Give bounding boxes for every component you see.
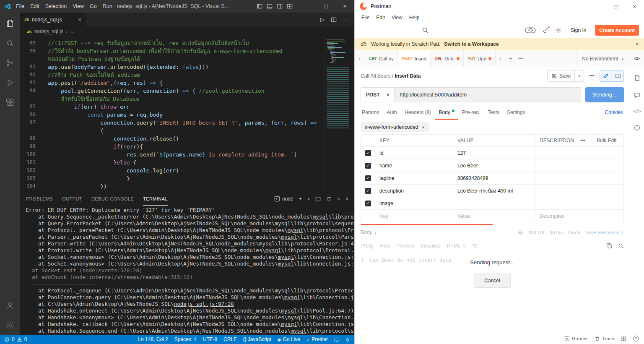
param-checkbox[interactable]: ✓ [365,175,371,181]
menu-view[interactable]: View [70,3,87,9]
new-terminal-icon[interactable]: + [299,196,302,202]
kill-terminal-icon[interactable] [326,196,332,202]
param-checkbox[interactable]: ✓ [365,163,371,169]
param-description-cell[interactable] [535,185,624,197]
save-response-button[interactable]: Save Response∨ [585,230,624,235]
terminal-dropdown-icon[interactable]: ∨ [307,197,310,201]
terminal-link[interactable]: mysql [265,247,281,253]
menu-run[interactable]: Run [100,3,115,9]
menu-file[interactable]: File [13,3,27,9]
request-tab-insert[interactable]: POSTInsert [398,50,431,67]
value-placeholder[interactable]: Value [453,210,535,222]
param-checkbox[interactable]: ✓ [365,188,371,194]
param-description-cell[interactable] [535,147,624,159]
param-key-cell[interactable]: description [375,185,453,197]
switch-workspace-link[interactable]: Switch to a Workspace [444,41,499,47]
breadcrumb-more[interactable]: ... [70,29,74,34]
request-tab-call-by[interactable]: GETCall by [365,50,398,67]
close-panel-icon[interactable]: × [345,196,348,202]
info-icon[interactable] [634,125,640,131]
search-icon[interactable] [422,27,428,34]
maximize-button[interactable]: □ [317,0,335,13]
response-view-visualize[interactable]: Visualize [421,243,441,249]
editor-tab-nodejs-sql[interactable]: JS nodejs_sql.js × [20,13,86,26]
panel-tab-terminal[interactable]: TERMINAL [143,192,168,206]
terminal-link[interactable]: mysql [278,261,294,267]
terminal-link[interactable]: mysql [284,294,300,300]
trash-button[interactable]: Trash [595,336,614,341]
request-section-tab-tests[interactable]: Tests [484,105,503,120]
param-key-cell[interactable]: tagline [375,172,453,184]
documentation-icon[interactable] [634,75,640,81]
settings-gear-icon[interactable] [0,315,20,335]
search-response-icon[interactable] [618,243,624,249]
status--javascript[interactable]: {} JavaScript [243,336,271,342]
close-banner-icon[interactable]: × [636,41,639,47]
breadcrumb[interactable]: JS nodejs_sql.js › ... [20,26,354,36]
grid-icon[interactable] [621,336,626,341]
body-type-select[interactable]: x-www-form-urlencoded ∨ [361,122,429,132]
code-content[interactable]: //(1)POST --> req รับข้อมูลมาจากหน้าเว็บ… [42,36,354,192]
menu-edit[interactable]: Edit [373,15,388,21]
panel-tab-problems[interactable]: PROBLEMS [26,192,53,206]
status-prettier[interactable]: ✓Prettier [306,336,328,342]
search-icon[interactable] [0,33,20,53]
code-editor[interactable]: 8990 91929394 959697 9899100101102103104… [20,36,354,192]
tabs-scroll-left-icon[interactable]: ‹ [355,50,365,67]
minimize-button[interactable]: – [298,0,317,13]
terminal-link[interactable]: nodejs_sql.js:97:28 [174,301,234,307]
extensions-icon[interactable] [0,92,20,112]
param-placeholder-row[interactable]: Key Value Description [361,210,624,222]
environment-preview-button[interactable] [629,50,644,67]
environment-select[interactable]: No Environment ∨ [576,50,629,67]
breadcrumb-file[interactable]: nodejs_sql.js [34,29,63,34]
menu-view[interactable]: View [388,15,406,21]
bulk-edit-button[interactable]: Bulk Edit [592,135,624,146]
param-value-cell[interactable]: Leo Beer [453,159,535,172]
request-section-tab-settings[interactable]: Settings [503,105,529,120]
param-description-cell[interactable] [535,159,624,172]
help-icon[interactable]: ? [633,336,639,341]
toggle-secondary-sidebar-icon[interactable] [277,3,283,9]
response-body-section[interactable]: Body [361,229,372,235]
request-section-tab-auth[interactable]: Auth [383,105,401,120]
terminal-link[interactable]: mysql [275,287,291,294]
close-tab-icon[interactable]: × [78,16,81,23]
request-tab-upd[interactable]: PUTUpd [464,50,496,67]
toggle-sidebar-icon[interactable] [257,3,262,9]
bell-icon[interactable] [345,337,350,342]
run-debug-icon[interactable] [0,73,20,92]
create-account-button[interactable]: Create Account [595,25,639,36]
close-button[interactable]: × [335,0,354,13]
response-view-raw[interactable]: Raw [380,243,390,249]
param-description-cell[interactable] [535,172,624,184]
response-view-preview[interactable]: Preview [396,243,414,249]
source-control-icon[interactable] [0,53,20,73]
request-section-tab-pre-req-[interactable]: Pre-req. [458,105,484,120]
param-checkbox[interactable]: ✓ [365,150,371,156]
toggle-panel-icon[interactable] [267,3,273,9]
request-section-tab-params[interactable]: Params [358,105,383,120]
param-key-cell[interactable]: image [375,197,453,209]
status-spaces-4[interactable]: Spaces: 4 [174,336,197,342]
minimap[interactable] [324,36,354,192]
terminal-link[interactable]: mysql [281,308,297,314]
column-options-icon[interactable]: ••• [574,135,592,146]
tabs-scroll-right-icon[interactable]: › [496,50,506,67]
copy-icon[interactable] [606,243,612,249]
response-view-pretty[interactable]: Pretty [361,243,374,249]
minimize-button[interactable]: – [587,0,606,13]
status-crlf[interactable]: CRLF [223,336,236,342]
terminal-link[interactable]: mysql [278,254,294,260]
param-value-cell[interactable]: 88693428489 [453,172,535,184]
sign-in-button[interactable]: Sign In [568,26,589,35]
status-ln-148-col-2[interactable]: Ln 148, Col 2 [138,336,168,342]
terminal-link[interactable]: mysql [281,234,297,240]
request-section-tab-body[interactable]: Body [435,105,458,120]
param-checkbox[interactable]: ✓ [365,201,371,206]
status-utf-8[interactable]: UTF-8 [203,336,217,342]
menu-more[interactable]: ··· [115,3,127,9]
request-tab-dele[interactable]: DELDele [431,50,464,67]
tab-options-icon[interactable]: ••• [516,50,526,67]
runner-button[interactable]: Runner [564,336,588,341]
